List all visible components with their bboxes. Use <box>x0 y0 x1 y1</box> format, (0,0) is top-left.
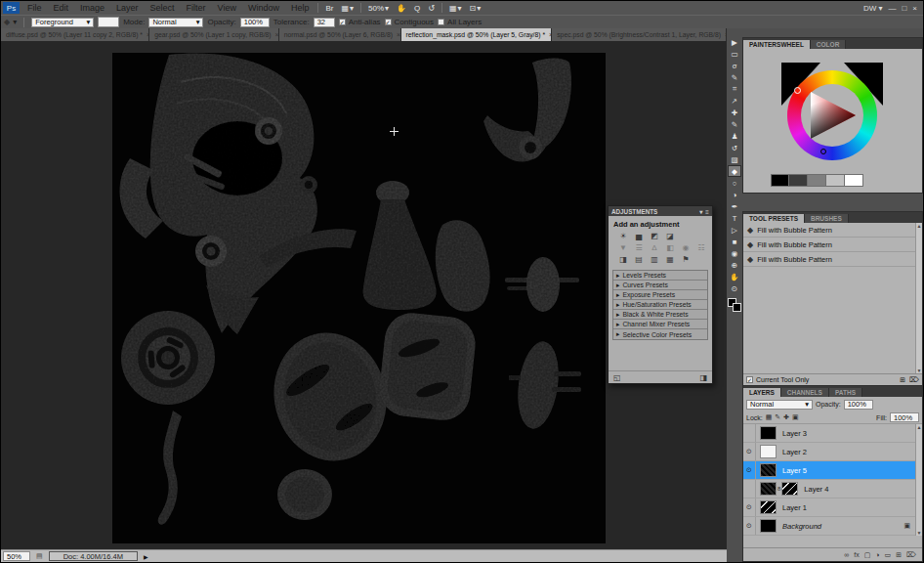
gray-swatch[interactable] <box>789 174 808 187</box>
tool-move[interactable]: ▶ <box>728 36 741 48</box>
exposure-icon[interactable]: ◪ <box>665 232 675 240</box>
workspace-switcher[interactable]: DW ▾ <box>863 4 883 13</box>
layer-fill-field[interactable]: 100% <box>890 412 919 422</box>
tab-tool-presets[interactable]: TOOL PRESETS <box>743 214 805 223</box>
selective-color-icon[interactable]: ⚑ <box>681 255 691 264</box>
screen-mode-icon[interactable]: ⊡▾ <box>466 4 485 13</box>
menu-window[interactable]: Window <box>242 3 285 13</box>
tab-brushes[interactable]: BRUSHES <box>805 214 849 223</box>
arrange-documents-icon[interactable]: ▦▾ <box>445 4 466 13</box>
launch-bridge-icon[interactable]: Br <box>321 4 337 13</box>
tab-normal[interactable]: normal.psd @ 50% (Layer 6, RGB/8)× <box>279 28 401 41</box>
gradient-map-icon[interactable]: ▦ <box>665 255 675 264</box>
layer-name[interactable]: Layer 3 <box>782 429 807 438</box>
new-adjustment-button[interactable]: ◑ <box>875 551 879 558</box>
tool-preset-picker[interactable]: ◆▾ <box>4 18 17 26</box>
fill-source-select[interactable]: Foreground▾ <box>31 18 94 27</box>
preset-group[interactable]: ▸Black & White Presets <box>613 310 707 320</box>
background-color-swatch[interactable] <box>733 303 741 312</box>
channel-mixer-icon[interactable]: ☷ <box>696 243 706 252</box>
lock-all-icon[interactable]: ▣ <box>792 413 799 421</box>
tool-spot-healing-brush[interactable]: ✚ <box>728 107 741 118</box>
menu-edit[interactable]: Edit <box>48 3 75 13</box>
layer-name[interactable]: Background <box>782 522 821 531</box>
tool-eraser[interactable]: ▨ <box>728 153 741 165</box>
layer-row[interactable]: 8 Layer 4 <box>743 480 922 498</box>
anti-alias-checkbox[interactable]: ✓Anti-alias <box>339 18 381 26</box>
layer-style-button[interactable]: fx <box>854 551 859 558</box>
tool-3d-orbit[interactable]: ⊕ <box>728 259 741 271</box>
layer-opacity-field[interactable]: 100% <box>844 400 873 410</box>
menu-select[interactable]: Select <box>145 3 181 13</box>
checkbox-checked-icon[interactable]: ✓ <box>746 376 753 383</box>
tool-dodge[interactable]: ◑ <box>728 189 741 200</box>
visibility-toggle[interactable]: ⊙ <box>743 443 756 460</box>
menu-layer[interactable]: Layer <box>110 3 145 13</box>
new-preset-button[interactable]: ⊞ <box>900 376 905 384</box>
layer-row-selected[interactable]: ⊙ Layer 5 <box>743 461 922 480</box>
add-mask-button[interactable]: ▢ <box>864 551 871 559</box>
tool-path-selection[interactable]: ▷ <box>728 224 741 236</box>
lock-pixels-icon[interactable]: ✎ <box>775 413 780 421</box>
new-group-button[interactable]: ▭ <box>885 551 892 559</box>
expanded-view-icon[interactable]: ◨ <box>699 373 707 382</box>
preset-item[interactable]: ◆Fill with Bubble Pattern <box>743 252 922 267</box>
tab-gear[interactable]: gear.psd @ 50% (Layer 1 copy, RGB/8)× <box>149 28 279 41</box>
scroll-up-icon[interactable]: ▲ <box>917 424 922 430</box>
tool-type[interactable]: T <box>728 212 741 224</box>
tool-rectangular-marquee[interactable]: ▭ <box>728 48 741 60</box>
close-button[interactable]: × <box>912 4 917 13</box>
zoom-tool-icon[interactable]: Q <box>410 4 424 13</box>
view-extras-icon[interactable]: ▦▾ <box>337 4 357 13</box>
layer-row[interactable]: ⊙ Layer 1 <box>743 498 922 517</box>
collapse-icon[interactable]: ▾ <box>699 208 702 215</box>
close-icon[interactable]: × <box>397 31 400 38</box>
layer-name[interactable]: Layer 4 <box>804 485 828 494</box>
brightness-contrast-icon[interactable]: ☀ <box>618 232 628 240</box>
gray-swatch[interactable] <box>826 174 845 187</box>
menu-file[interactable]: File <box>21 3 48 13</box>
tool-crop[interactable]: ⌗ <box>728 83 741 95</box>
pattern-swatch[interactable] <box>98 17 119 27</box>
tool-clone-stamp[interactable]: ♟ <box>728 130 741 142</box>
lock-position-icon[interactable]: ✚ <box>783 413 789 421</box>
opacity-field[interactable]: 100% <box>240 18 270 27</box>
scroll-down-icon[interactable]: ▼ <box>917 530 922 536</box>
document-canvas[interactable] <box>112 53 606 543</box>
contiguous-checkbox[interactable]: ✓Contiguous <box>385 18 434 26</box>
tab-color[interactable]: COLOR <box>811 40 846 49</box>
preset-group[interactable]: ▸Curves Presets <box>613 281 707 290</box>
gray-swatch[interactable] <box>845 174 863 187</box>
tool-eyedropper[interactable]: ↗ <box>728 95 741 107</box>
color-balance-icon[interactable]: Δ <box>650 243 659 252</box>
tool-blur[interactable]: ○ <box>728 177 741 189</box>
mask-link-icon[interactable]: 8 <box>777 486 780 492</box>
zoom-level-field[interactable]: 50%▾ <box>364 4 393 13</box>
preset-group[interactable]: ▸Selective Color Presets <box>613 329 707 339</box>
tab-spec[interactable]: spec.psd @ 50% (Brightness/Contrast 1, L… <box>552 28 727 41</box>
scroll-up-icon[interactable]: ▲ <box>917 223 922 229</box>
shade-marker[interactable] <box>820 149 826 154</box>
tool-history-brush[interactable]: ↺ <box>728 142 741 153</box>
preset-group[interactable]: ▸Hue/Saturation Presets <box>613 300 707 310</box>
tool-brush[interactable]: ✎ <box>728 118 741 130</box>
menu-view[interactable]: View <box>212 3 242 13</box>
visibility-toggle[interactable]: ⊙ <box>743 461 756 479</box>
tool-paint-bucket[interactable]: ◆ <box>728 165 741 177</box>
tool-hand[interactable]: ✋ <box>728 271 741 282</box>
scrollbar[interactable]: ▲ ▼ <box>915 223 922 373</box>
preset-item[interactable]: ◆Fill with Bubble Pattern <box>743 238 922 252</box>
current-tool-only-label[interactable]: Current Tool Only <box>756 376 809 383</box>
blend-mode-select[interactable]: Normal▾ <box>746 400 813 410</box>
all-layers-checkbox[interactable]: All Layers <box>438 18 482 26</box>
layer-row-background[interactable]: ⊙ Background ▣ <box>743 517 922 536</box>
levels-icon[interactable]: ▅ <box>634 232 644 240</box>
foreground-color-swatch[interactable] <box>728 298 741 312</box>
hue-marker[interactable] <box>794 87 801 94</box>
vibrance-icon[interactable]: ▼ <box>618 243 628 252</box>
preset-item[interactable]: ◆Fill with Bubble Pattern <box>743 223 922 238</box>
panel-menu-icon[interactable]: ≡ <box>705 208 709 215</box>
visibility-toggle[interactable] <box>743 480 756 498</box>
layer-name[interactable]: Layer 1 <box>782 503 807 512</box>
hand-tool-icon[interactable]: ✋ <box>393 4 410 13</box>
